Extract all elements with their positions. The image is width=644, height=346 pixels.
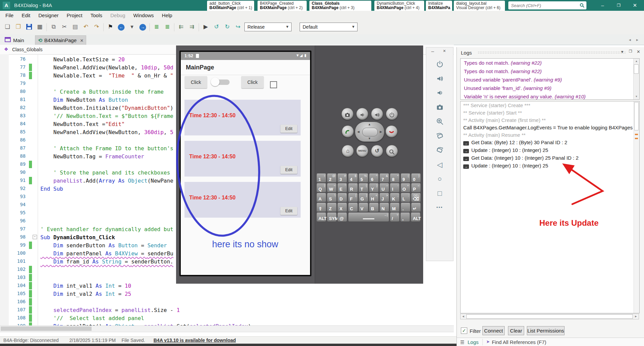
- log-entry[interactable]: *** Service (starter) Create ***: [461, 101, 639, 109]
- key-1[interactable]: 1!: [316, 174, 326, 183]
- key-.[interactable]: .: [401, 203, 410, 212]
- scroll-up-icon[interactable]: ▲: [634, 59, 639, 64]
- key-g[interactable]: G]: [359, 193, 368, 202]
- close-tab-icon[interactable]: ✕: [80, 38, 83, 43]
- back-caret-icon[interactable]: ▾: [128, 23, 136, 31]
- copy-icon[interactable]: ⧉: [49, 23, 58, 31]
- dpad-center-button[interactable]: [362, 128, 378, 136]
- menu-help[interactable]: Help: [158, 11, 176, 20]
- end-call-button[interactable]: [385, 125, 398, 137]
- log-entry[interactable]: ** Service (starter) Start **: [461, 109, 639, 116]
- fold-collapse-icon[interactable]: −: [33, 235, 37, 239]
- logs-horizontal-scrollbar[interactable]: ◄ ►: [460, 314, 639, 319]
- dpad-right-icon[interactable]: ▶: [380, 130, 382, 133]
- navigate-forward-icon[interactable]: →: [138, 23, 147, 31]
- key-l[interactable]: L:: [401, 193, 410, 202]
- warning-row[interactable]: Unused variable 'parentPanel'. (warning …: [461, 75, 639, 84]
- click-button-1[interactable]: Click: [185, 76, 207, 88]
- key-@[interactable]: @: [337, 213, 347, 222]
- quick-tab-4[interactable]: DynamicButton_ClickB4XMainPage (ctrl + 4…: [374, 1, 424, 11]
- indent-icon[interactable]: ⇉: [188, 23, 196, 31]
- key-j[interactable]: J>: [379, 193, 389, 202]
- menu-tools[interactable]: Tools: [87, 11, 106, 20]
- close-button[interactable]: ✕: [627, 0, 643, 11]
- build-configuration-select[interactable]: Release ▼: [244, 23, 292, 31]
- toggle-knob[interactable]: [211, 77, 219, 86]
- call-button[interactable]: [342, 125, 354, 137]
- more-icon[interactable]: •••: [426, 203, 453, 212]
- clear-button[interactable]: Clear: [508, 326, 524, 335]
- log-output-list[interactable]: *** Service (starter) Create ***** Servi…: [460, 101, 640, 313]
- warnings-list[interactable]: Types do not match. (warning #22)Types d…: [460, 58, 640, 100]
- logs-scroll-thumb[interactable]: [634, 102, 639, 130]
- click-button-2[interactable]: Click: [241, 76, 264, 88]
- key-x[interactable]: X: [337, 203, 347, 212]
- log-entry[interactable]: Call B4XPages.GetManager.LogEvents = Tru…: [461, 124, 639, 131]
- tab-scroll-left-icon[interactable]: ◂: [629, 37, 631, 42]
- warning-row[interactable]: Types do not match. (warning #22): [461, 67, 639, 75]
- volume-down-icon[interactable]: [426, 89, 453, 98]
- editor-scrollbar-thumb[interactable]: [1, 326, 92, 331]
- volume-up-button[interactable]: [371, 108, 383, 120]
- menu-debug[interactable]: Debug: [106, 11, 129, 20]
- rotate-right-icon[interactable]: [426, 146, 453, 155]
- key-h[interactable]: H<: [369, 193, 379, 202]
- menu-windows[interactable]: Windows: [129, 11, 158, 20]
- comment-icon[interactable]: ≣: [152, 23, 161, 31]
- key-f[interactable]: F[: [348, 193, 358, 202]
- key-p[interactable]: P=: [411, 183, 421, 192]
- log-entry[interactable]: →Update : (Integer) 10 : (Integer) 25: [461, 162, 639, 169]
- key-r[interactable]: R`: [348, 183, 358, 192]
- package-icon[interactable]: ▦: [35, 23, 44, 31]
- uncomment-icon[interactable]: ≣: [163, 23, 172, 31]
- logs-scrollbar[interactable]: [634, 101, 639, 313]
- code-line-109[interactable]: 109 Dim panelData() As Object = panelLis…: [0, 322, 454, 325]
- step-out-icon[interactable]: ↪: [234, 23, 242, 31]
- volume-down-button[interactable]: [356, 108, 368, 120]
- log-entry[interactable]: →Get Data: (Integer) 10 : (Integer) 25 P…: [461, 154, 639, 162]
- warning-row[interactable]: Unused variable 'fram_id'. (warning #9): [461, 84, 639, 92]
- edit-button[interactable]: Edit: [280, 166, 297, 174]
- key-t[interactable]: T{: [359, 183, 368, 192]
- key-5[interactable]: 5%: [359, 174, 368, 183]
- doc-tab-main[interactable]: Main: [2, 35, 34, 45]
- key-m[interactable]: M: [390, 203, 400, 212]
- key-,[interactable]: ,: [400, 213, 410, 222]
- key-o[interactable]: O+: [401, 183, 410, 192]
- maximize-button[interactable]: ❐: [611, 0, 626, 11]
- key-sym[interactable]: SYM: [327, 213, 337, 222]
- key-8[interactable]: 8*: [390, 174, 400, 183]
- back-button[interactable]: ↺: [371, 145, 383, 157]
- warnings-scrollbar[interactable]: ▲ ▼: [633, 59, 639, 99]
- new-file-icon[interactable]: ❏: [3, 23, 12, 31]
- menu-project[interactable]: Project: [63, 11, 87, 20]
- emulator-minimize-icon[interactable]: –: [431, 48, 434, 54]
- tab-logs[interactable]: Logs: [468, 339, 479, 345]
- key-c[interactable]: C: [348, 203, 358, 212]
- key-n[interactable]: N: [379, 203, 389, 212]
- log-entry[interactable]: ** Activity (main) Create (first time) *…: [461, 116, 639, 124]
- key-4[interactable]: 4$: [348, 174, 358, 183]
- connect-button[interactable]: Connect: [482, 326, 505, 335]
- logs-maximize-icon[interactable]: ❐: [629, 49, 632, 54]
- rotate-left-icon[interactable]: [426, 132, 453, 141]
- bookmark-icon[interactable]: ⚑: [106, 23, 115, 31]
- key-alt[interactable]: ALT: [411, 213, 420, 222]
- checkbox[interactable]: [270, 81, 277, 88]
- dpad-up-icon[interactable]: ▲: [368, 123, 371, 126]
- quick-tab-6[interactable]: dialog_layout.balVisual Designer (ctrl +…: [454, 1, 505, 11]
- profile-select[interactable]: Default ▼: [300, 23, 358, 31]
- search-input[interactable]: [510, 2, 576, 9]
- menu-designer[interactable]: Designer: [34, 11, 63, 20]
- log-entry[interactable]: →Update : (Integer) 10 : (Integer) 25: [461, 146, 639, 154]
- key-u[interactable]: U–: [379, 183, 389, 192]
- dpad-down-icon[interactable]: ▼: [368, 137, 371, 140]
- warning-row[interactable]: Variable 'n' is never assigned any value…: [461, 92, 639, 100]
- key-/[interactable]: /?: [390, 213, 400, 222]
- key-6[interactable]: 6^: [369, 174, 379, 183]
- list-permissions-button[interactable]: List Permissions: [527, 326, 565, 335]
- camera-button[interactable]: [341, 108, 353, 120]
- key-⇧[interactable]: ⇧: [316, 203, 326, 212]
- scroll-right-icon[interactable]: ►: [633, 314, 639, 319]
- save-all-icon[interactable]: [25, 23, 33, 31]
